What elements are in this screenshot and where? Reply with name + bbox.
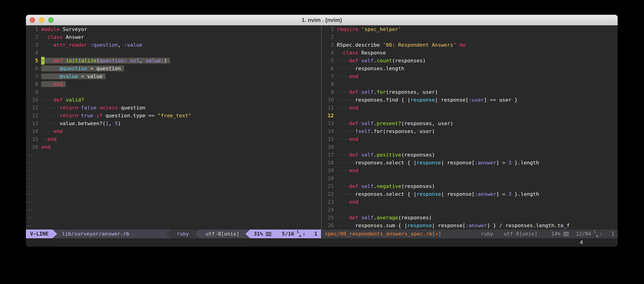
tilde-marker: ~ [28, 190, 31, 198]
code-line[interactable]: 7····end [322, 73, 618, 80]
filename-right: spec/00_respondents_answers_spec.rb[+] [322, 230, 441, 238]
code-line[interactable]: 17····def·self.positive(responses) [322, 151, 618, 159]
code-line[interactable]: 15····end [322, 135, 618, 143]
code-text: ····end [41, 128, 63, 135]
max-line-number-icon: LN [297, 231, 301, 237]
code-line[interactable]: 23····end [322, 198, 618, 206]
editor-pane-left[interactable]: 1module·Surveyor2··class·Answer3····attr… [26, 25, 321, 238]
code-line[interactable]: 3RSpec.describe·'00:·Respondent·Answers'… [322, 41, 618, 49]
line-number: 14 [26, 128, 38, 135]
code-line[interactable]: 12······return·true·if·question.type·==·… [26, 112, 321, 120]
code-line[interactable]: 6······responses.length [322, 65, 618, 73]
empty-line: ~ [26, 159, 321, 167]
command-line[interactable]: 4 [26, 238, 618, 247]
line-number: 7 [26, 73, 38, 80]
editor-pane-right[interactable]: 1require·'spec_helper'23RSpec.describe·'… [322, 25, 618, 238]
code-text: ····end [337, 167, 358, 174]
code-line[interactable]: 16 [322, 143, 618, 151]
desktop: 1. nvim . (nvim) 1module·Surveyor2··clas… [0, 0, 644, 284]
powerline-separator-icon [166, 230, 171, 238]
code-line[interactable]: 2··class·Answer [26, 33, 321, 41]
code-line[interactable]: 1module·Surveyor [26, 25, 321, 33]
empty-line: ~ [26, 198, 321, 206]
code-line[interactable]: 6······@question·=·question [26, 65, 321, 73]
code-line[interactable]: 20 [322, 174, 618, 182]
code-line[interactable]: 22······responses.select·{·|response|·re… [322, 190, 618, 198]
buffer-right[interactable]: 1require·'spec_helper'23RSpec.describe·'… [322, 25, 618, 230]
line-number: 6 [322, 65, 334, 73]
empty-line: ~ [26, 182, 321, 190]
code-text: ······@question·=·question [41, 65, 124, 73]
window-title: 1. nvim . (nvim) [26, 15, 618, 25]
code-line[interactable]: 12 [322, 112, 618, 120]
code-text: ····end [337, 104, 358, 112]
code-line[interactable]: 25····def·self.average(responses) [322, 214, 618, 222]
code-line[interactable]: 10······responses.find·{·|response|·resp… [322, 96, 618, 104]
line-number: 8 [26, 80, 38, 88]
code-line[interactable]: 18······responses.select·{·|response|·re… [322, 159, 618, 167]
code-line[interactable]: 11····end [322, 104, 618, 112]
code-line[interactable]: 7······@value·=·value [26, 73, 321, 80]
code-text: ······responses.select·{·|response|·resp… [337, 159, 539, 167]
line-number: 22 [322, 190, 334, 198]
code-line[interactable]: 10····def·valid? [26, 96, 321, 104]
code-line[interactable]: 4··class·Response [322, 49, 618, 57]
code-line[interactable]: 13····def·self.present?(responses,·user) [322, 120, 618, 128]
code-line[interactable]: 9 [26, 88, 321, 96]
code-line[interactable]: 1require·'spec_helper' [322, 25, 618, 33]
code-text: ··class·Answer [41, 33, 84, 41]
code-line[interactable]: 11······return·false·unless·question [26, 104, 321, 112]
powerline-separator-icon [246, 230, 250, 238]
line-number: 12 [322, 112, 334, 120]
code-line[interactable]: 24 [322, 206, 618, 214]
code-line[interactable]: 9····def·self.for(responses,·user) [322, 88, 618, 96]
code-line[interactable]: 8 [322, 80, 618, 88]
code-line[interactable]: 8····end [26, 80, 321, 88]
line-number: 13 [322, 120, 334, 128]
line-number: 23 [322, 198, 334, 206]
code-text: require·'spec_helper' [337, 25, 401, 33]
code-line[interactable]: 26······responses.sum·{·|response|·respo… [322, 222, 618, 230]
code-text: ······return·false·unless·question [41, 104, 145, 112]
tilde-marker: ~ [28, 222, 31, 230]
encoding-label: utf-8[unix] [504, 230, 538, 238]
editor-splits: 1module·Surveyor2··class·Answer3····attr… [26, 25, 618, 238]
line-number: 17 [322, 151, 334, 159]
line-number: 10 [322, 96, 334, 104]
cursor-column: 1 [612, 230, 614, 238]
code-line[interactable]: 4 [26, 49, 321, 57]
encoding-segment: utf-8[unix] [200, 230, 246, 238]
code-line[interactable]: 16end [26, 143, 321, 151]
empty-line: ~ [26, 222, 321, 230]
line-number: 25 [322, 214, 334, 222]
code-line[interactable]: 13······value.between?(1,·5) [26, 120, 321, 128]
code-text: ··end [41, 135, 56, 143]
empty-line: ~ [26, 214, 321, 222]
tilde-marker: ~ [28, 167, 31, 174]
code-text: ······responses.sum·{·|response|·respons… [337, 222, 570, 230]
line-number: 11 [322, 104, 334, 112]
tilde-marker: ~ [28, 151, 31, 159]
code-line[interactable]: 3····attr_reader·:question,·:value [26, 41, 321, 49]
line-number: 15 [322, 135, 334, 143]
code-line[interactable]: 14····end [26, 128, 321, 135]
line-number: 18 [322, 159, 334, 167]
code-text: ····def·self.positive(responses) [337, 151, 435, 159]
line-number: 24 [322, 206, 334, 214]
code-line[interactable]: 5····def·self.count(responses) [322, 57, 618, 65]
code-line[interactable]: 2 [322, 33, 618, 41]
code-line[interactable]: 15··end [26, 135, 321, 143]
window-titlebar[interactable]: 1. nvim . (nvim) [26, 15, 618, 25]
line-number-icon [563, 232, 569, 236]
code-text: ······return·true·if·question.type·==·"f… [41, 112, 191, 120]
line-number: 15 [26, 135, 38, 143]
code-line[interactable]: 14······!self.for(responses,·user) [322, 128, 618, 135]
buffer-left[interactable]: 1module·Surveyor2··class·Answer3····attr… [26, 25, 321, 230]
code-text: ····def·self.count(responses) [337, 57, 426, 65]
mode-indicator: V-LINE [26, 230, 52, 238]
ruler-left: 31% 5/16 LN : 1 [250, 230, 321, 238]
code-line[interactable]: 19····end [322, 167, 618, 174]
cursor-position: 5/16 [282, 230, 294, 238]
code-line[interactable]: 21····def·self.negative(responses) [322, 182, 618, 190]
code-line[interactable]: 5····def·initialize(question:·nil,·value… [26, 57, 321, 65]
